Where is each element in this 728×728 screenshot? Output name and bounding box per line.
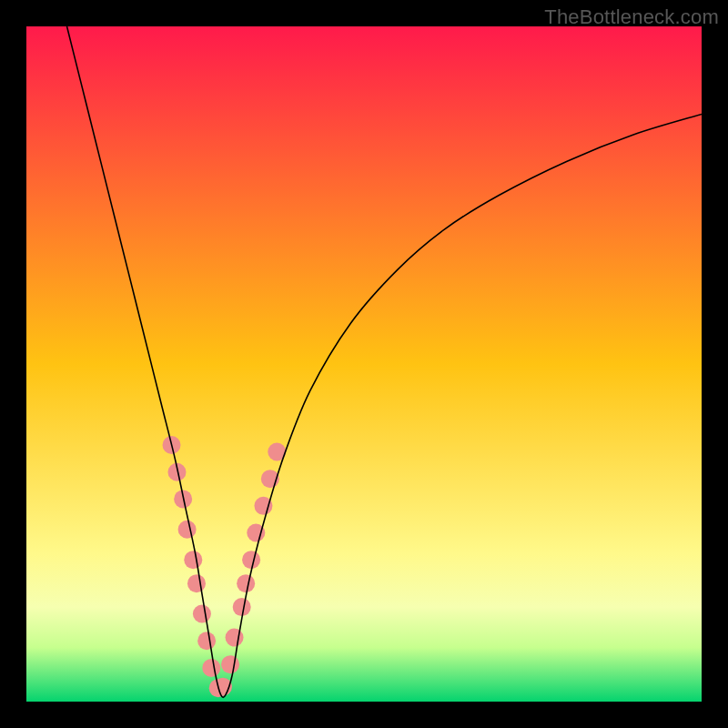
highlight-point [187, 574, 206, 592]
highlight-point [226, 629, 244, 647]
highlight-point [221, 655, 239, 673]
highlight-point [178, 521, 197, 539]
highlight-point [233, 598, 251, 616]
highlight-point [237, 574, 255, 592]
highlight-point [197, 632, 216, 650]
highlight-point [184, 551, 202, 569]
plot-area [26, 26, 702, 702]
highlight-point [242, 551, 260, 569]
highlight-point [202, 659, 220, 677]
outer-frame: TheBottleneck.com [0, 0, 728, 728]
highlight-point [193, 605, 211, 623]
chart-svg [26, 26, 702, 702]
gradient-background [26, 26, 702, 702]
